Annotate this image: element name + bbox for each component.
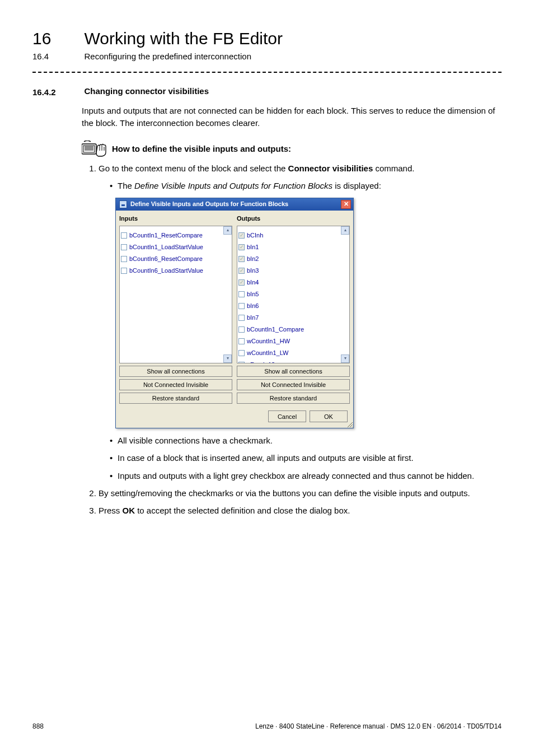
checkbox-icon[interactable] [238, 362, 245, 363]
step1-bullet-post: is displayed: [332, 181, 381, 190]
step1-command: Connector visibilities [288, 164, 373, 173]
list-item[interactable]: ✓bCInh [238, 232, 339, 239]
cancel-button[interactable]: Cancel [268, 410, 306, 422]
close-button[interactable]: ✕ [341, 200, 351, 209]
page-footer: 888 Lenze · 8400 StateLine · Reference m… [32, 722, 502, 730]
after-dialog-b: In case of a block that is inserted anew… [110, 451, 502, 464]
checkbox-icon[interactable] [238, 291, 245, 297]
subchapter-row: 16.4 Reconfiguring the predefined interc… [32, 52, 502, 62]
footer-meta: Lenze · 8400 StateLine · Reference manua… [255, 722, 502, 730]
checkbox-icon: ✓ [238, 279, 245, 286]
checkbox-icon[interactable] [121, 232, 127, 239]
scroll-up-icon[interactable]: ▴ [341, 226, 349, 235]
list-item[interactable]: ✓bIn1 [238, 244, 339, 251]
list-item[interactable]: bIn6 [238, 302, 339, 310]
outputs-label: Outputs [237, 214, 350, 223]
checkbox-icon[interactable] [238, 303, 245, 309]
howto-heading: How to define the visible inputs and out… [112, 144, 291, 153]
section-title: Changing connector visibilities [84, 86, 209, 96]
list-item-label: bIn1 [247, 244, 259, 251]
checkbox-icon[interactable] [121, 256, 127, 262]
outputs-listbox[interactable]: ▴ ✓bCInh✓bIn1✓bIn2✓bIn3✓bIn4bIn5bIn6bIn7… [237, 226, 350, 363]
outputs-hide-notconnected-button[interactable]: Not Connected Invisible [237, 379, 350, 390]
list-item[interactable]: bIn7 [238, 314, 339, 321]
list-item-label: bCountIn1_ResetCompare [129, 232, 203, 239]
section-row: 16.4.2 Changing connector visibilities [32, 86, 502, 97]
chapter-title: Working with the FB Editor [84, 29, 283, 48]
inputs-label: Inputs [119, 214, 232, 223]
list-item[interactable]: ✓bIn3 [238, 267, 339, 274]
list-item-label: bCInh [247, 232, 263, 239]
checkbox-icon: ✓ [238, 256, 245, 262]
checkbox-icon[interactable] [121, 268, 127, 274]
dialog-window: Define Visible Inputs and Outputs for Fu… [115, 198, 354, 428]
checkbox-icon[interactable] [121, 244, 127, 250]
step3-cmd: OK [123, 506, 135, 515]
step3-pre: Press [99, 506, 123, 515]
list-item-label: bIn3 [247, 267, 259, 274]
dialog-title-text: Define Visible Inputs and Outputs for Fu… [130, 199, 341, 209]
step-3: Press OK to accept the selected definiti… [99, 504, 502, 517]
resize-grip-icon[interactable] [345, 420, 353, 428]
list-item[interactable]: bCountIn1_LoadStartValue [121, 244, 222, 251]
subchapter-title: Reconfiguring the predefined interconnec… [84, 52, 251, 61]
step1-bullet-pre: The [118, 181, 134, 190]
list-item-label: bIn5 [247, 291, 259, 298]
checkbox-icon[interactable] [238, 338, 245, 344]
list-item[interactable]: nFreqIn12_a [238, 361, 339, 363]
inputs-listbox[interactable]: ▴ bCountIn1_ResetComparebCountIn1_LoadSt… [119, 226, 232, 363]
dialog-titlebar: Define Visible Inputs and Outputs for Fu… [116, 198, 353, 211]
list-item[interactable]: wCountIn1_HW [238, 338, 339, 345]
list-item[interactable]: bCountIn6_LoadStartValue [121, 267, 222, 274]
list-item[interactable]: wCountIn1_LW [238, 349, 339, 357]
dialog-app-icon [119, 200, 127, 208]
list-item-label: wCountIn1_LW [247, 349, 288, 357]
list-item[interactable]: ✓bIn4 [238, 279, 339, 286]
step1-post: command. [373, 164, 414, 173]
list-item[interactable]: ✓bIn2 [238, 255, 339, 263]
inputs-restore-button[interactable]: Restore standard [119, 393, 232, 404]
svg-line-11 [348, 422, 353, 427]
list-item-label: bIn7 [247, 314, 259, 321]
scroll-up-icon[interactable]: ▴ [223, 226, 232, 235]
svg-rect-10 [121, 204, 125, 206]
checkbox-icon: ✓ [238, 232, 245, 239]
scroll-down-icon[interactable]: ▾ [341, 354, 349, 363]
list-item-label: wCountIn1_HW [247, 338, 290, 345]
checkbox-icon[interactable] [238, 326, 245, 333]
checkbox-icon: ✓ [238, 244, 245, 250]
step1-pre: Go to the context menu of the block and … [99, 164, 288, 173]
list-item[interactable]: bCountIn6_ResetCompare [121, 255, 222, 263]
list-item-label: nFreqIn12_a [247, 361, 282, 363]
scroll-down-icon[interactable]: ▾ [223, 354, 232, 363]
procedure-icon [82, 141, 106, 157]
ok-button[interactable]: OK [310, 410, 348, 422]
checkbox-icon[interactable] [238, 315, 245, 321]
section-number: 16.4.2 [32, 86, 82, 97]
page-number: 888 [32, 722, 44, 730]
step3-post: to accept the selected definition and cl… [135, 506, 350, 515]
list-item-label: bCountIn1_LoadStartValue [129, 244, 203, 251]
list-item-label: bCountIn6_LoadStartValue [129, 267, 203, 274]
list-item-label: bIn2 [247, 255, 259, 263]
inputs-hide-notconnected-button[interactable]: Not Connected Invisible [119, 379, 232, 390]
list-item-label: bIn4 [247, 279, 259, 286]
outputs-show-all-button[interactable]: Show all connections [237, 366, 350, 377]
list-item[interactable]: bCountIn1_Compare [238, 326, 339, 333]
subchapter-number: 16.4 [32, 52, 82, 61]
divider [32, 72, 502, 73]
list-item[interactable]: bIn5 [238, 291, 339, 298]
inputs-show-all-button[interactable]: Show all connections [119, 366, 232, 377]
outputs-restore-button[interactable]: Restore standard [237, 393, 350, 404]
after-dialog-c: Inputs and outputs with a light grey che… [110, 469, 502, 482]
checkbox-icon: ✓ [238, 268, 245, 274]
step-2: By setting/removing the checkmarks or vi… [99, 487, 502, 500]
list-item[interactable]: bCountIn1_ResetCompare [121, 232, 222, 239]
step1-bullet: The Define Visible Inputs and Outputs fo… [110, 179, 502, 192]
checkbox-icon[interactable] [238, 350, 245, 356]
chapter-row: 16 Working with the FB Editor [32, 29, 502, 48]
list-item-label: bCountIn1_Compare [247, 326, 304, 333]
list-item-label: bIn6 [247, 302, 259, 310]
intro-paragraph: Inputs and outputs that are not connecte… [82, 105, 502, 129]
after-dialog-a: All visible connections have a checkmark… [110, 434, 502, 447]
